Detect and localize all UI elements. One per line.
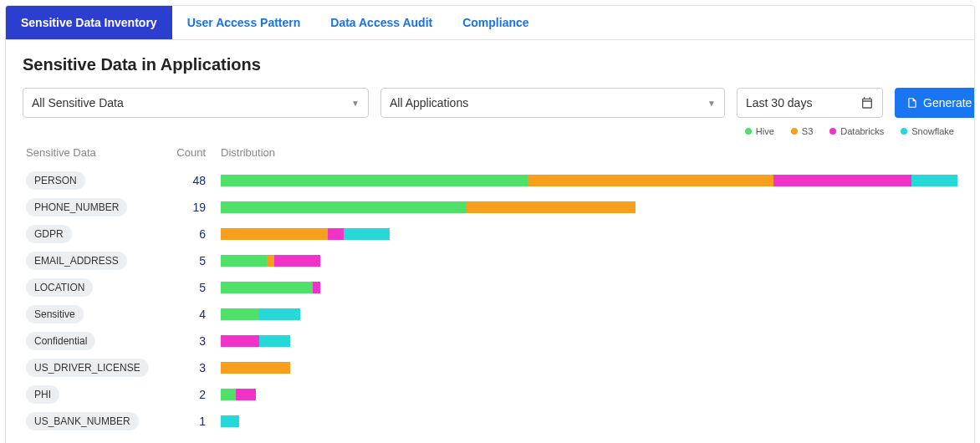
legend-item-s3: S3 xyxy=(791,126,813,136)
legend-dot-icon xyxy=(745,128,752,135)
chevron-down-icon: ▼ xyxy=(707,99,716,108)
tag-pill[interactable]: GDPR xyxy=(26,225,72,243)
bar-segment-snowflake xyxy=(911,175,957,186)
legend-label: Snowflake xyxy=(911,126,954,136)
bar-segment-hive xyxy=(221,389,236,400)
count-cell: 19 xyxy=(175,200,221,215)
calendar-icon xyxy=(860,96,874,109)
bar-segment-databricks xyxy=(773,175,911,186)
chart-row: EMAIL_ADDRESS5 xyxy=(23,247,957,274)
legend-label: S3 xyxy=(802,126,813,136)
page-title: Sensitive Data in Applications xyxy=(23,55,957,74)
distribution-cell xyxy=(221,228,957,240)
bar-segment-s3 xyxy=(221,362,290,374)
legend-dot-icon xyxy=(901,128,907,135)
legend-dot-icon xyxy=(791,128,798,135)
count-cell: 3 xyxy=(175,334,221,349)
tab-data-access-audit[interactable]: Data Access Audit xyxy=(315,6,447,39)
filter-row: All Sensitive Data ▼ All Applications ▼ … xyxy=(23,88,957,118)
applications-select-value: All Applications xyxy=(390,96,468,109)
count-value: 2 xyxy=(199,388,206,401)
generate-button[interactable]: Generate xyxy=(895,88,975,118)
chevron-down-icon: ▼ xyxy=(351,99,360,108)
count-value: 6 xyxy=(199,227,206,241)
count-value: 1 xyxy=(199,415,206,428)
bar-segment-s3 xyxy=(467,201,635,213)
generate-button-label: Generate xyxy=(923,96,972,109)
distribution-cell xyxy=(221,415,957,427)
tag-pill[interactable]: PHONE_NUMBER xyxy=(26,198,127,216)
main-panel: Sensitive Data InventoryUser Access Patt… xyxy=(5,5,975,443)
distribution-cell xyxy=(221,201,957,213)
chart-row: US_BANK_NUMBER1 xyxy=(23,408,957,435)
bar-segment-snowflake xyxy=(259,308,301,320)
tag-pill[interactable]: US_DRIVER_LICENSE xyxy=(26,359,149,377)
sensitive-data-select-value: All Sensitive Data xyxy=(32,96,124,109)
bar-segment-snowflake xyxy=(259,335,290,347)
bar-segment-s3 xyxy=(221,228,328,240)
count-cell: 3 xyxy=(175,360,221,375)
tag-pill[interactable]: Sensitive xyxy=(26,305,84,323)
bar-segment-hive xyxy=(221,308,259,320)
tab-compliance[interactable]: Compliance xyxy=(447,6,544,39)
date-range-select-value: Last 30 days xyxy=(746,96,812,109)
document-icon xyxy=(906,97,918,109)
bar-segment-databricks xyxy=(274,255,320,267)
chart-row: US_DRIVER_LICENSE3 xyxy=(23,354,957,381)
distribution-cell xyxy=(221,255,957,267)
bar-segment-hive xyxy=(221,255,267,267)
bar-segment-hive xyxy=(221,175,528,186)
tag-pill[interactable]: PERSON xyxy=(26,171,85,190)
distribution-cell xyxy=(221,389,957,400)
tag-pill[interactable]: PHI xyxy=(26,385,59,404)
count-value: 3 xyxy=(199,361,206,374)
tag-cell: GDPR xyxy=(23,225,175,243)
panel-content: Sensitive Data in Applications All Sensi… xyxy=(6,40,974,443)
tag-pill[interactable]: LOCATION xyxy=(26,278,93,297)
legend-label: Hive xyxy=(756,126,774,136)
bar-track xyxy=(221,175,957,186)
bar-segment-hive xyxy=(221,201,467,213)
tag-pill[interactable]: Confidential xyxy=(26,332,95,350)
bar-segment-snowflake xyxy=(344,228,390,240)
count-cell: 5 xyxy=(175,280,221,295)
count-cell: 6 xyxy=(175,227,221,242)
bar-track xyxy=(221,228,957,240)
tag-cell: US_DRIVER_LICENSE xyxy=(23,359,175,377)
legend-item-hive: Hive xyxy=(745,126,774,136)
count-cell: 2 xyxy=(175,387,221,402)
count-value: 48 xyxy=(192,174,206,187)
tag-pill[interactable]: US_BANK_NUMBER xyxy=(26,412,139,430)
bar-segment-databricks xyxy=(221,335,259,347)
chart-row: Confidential3 xyxy=(23,328,957,354)
bar-segment-databricks xyxy=(328,228,343,240)
count-cell: 1 xyxy=(175,414,221,429)
tag-cell: PERSON xyxy=(23,171,175,190)
legend-label: Databricks xyxy=(840,126,884,136)
tag-cell: EMAIL_ADDRESS xyxy=(23,252,175,270)
bar-segment-databricks xyxy=(236,389,256,400)
bar-track xyxy=(221,201,957,213)
bar-segment-snowflake xyxy=(221,415,239,427)
legend-dot-icon xyxy=(829,128,836,135)
bar-segment-s3 xyxy=(267,255,274,267)
tag-cell: Sensitive xyxy=(23,305,175,323)
count-value: 5 xyxy=(199,254,206,267)
tab-sensitive-data-inventory[interactable]: Sensitive Data Inventory xyxy=(6,6,172,39)
chart-row: LOCATION5 xyxy=(23,274,957,301)
header-distribution: Distribution xyxy=(221,146,957,159)
count-cell: 4 xyxy=(175,307,221,322)
legend-item-snowflake: Snowflake xyxy=(901,126,954,136)
tag-pill[interactable]: EMAIL_ADDRESS xyxy=(26,252,127,270)
count-value: 19 xyxy=(192,201,206,214)
tabs-bar: Sensitive Data InventoryUser Access Patt… xyxy=(6,6,974,40)
distribution-cell xyxy=(221,282,957,293)
distribution-cell xyxy=(221,308,957,320)
count-value: 5 xyxy=(199,281,206,294)
tag-cell: LOCATION xyxy=(23,278,175,297)
applications-select[interactable]: All Applications ▼ xyxy=(380,88,725,118)
sensitive-data-select[interactable]: All Sensitive Data ▼ xyxy=(23,88,369,118)
date-range-select[interactable]: Last 30 days xyxy=(737,88,883,118)
bar-track xyxy=(221,282,957,293)
tab-user-access-pattern[interactable]: User Access Pattern xyxy=(172,6,316,39)
